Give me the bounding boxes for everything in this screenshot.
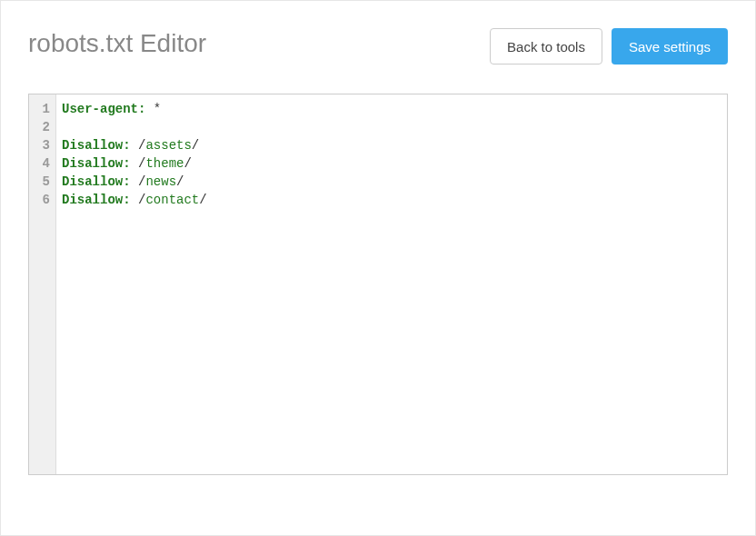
- code-content[interactable]: User-agent: * Disallow: /assets/Disallow…: [56, 94, 727, 474]
- back-to-tools-button[interactable]: Back to tools: [490, 28, 602, 65]
- code-line[interactable]: [62, 118, 721, 136]
- line-number: 3: [38, 136, 50, 154]
- line-number: 1: [38, 100, 50, 118]
- save-settings-button[interactable]: Save settings: [612, 28, 728, 65]
- line-number-gutter: 123456: [29, 94, 56, 474]
- code-editor[interactable]: 123456 User-agent: * Disallow: /assets/D…: [28, 94, 728, 475]
- line-number: 4: [38, 154, 50, 173]
- code-line[interactable]: Disallow: /theme/: [62, 154, 721, 173]
- line-number: 2: [38, 118, 50, 136]
- header-actions: Back to tools Save settings: [490, 28, 728, 65]
- panel-header: robots.txt Editor Back to tools Save set…: [28, 28, 728, 65]
- code-line[interactable]: Disallow: /assets/: [62, 136, 721, 154]
- line-number: 5: [38, 173, 50, 191]
- line-number: 6: [38, 191, 50, 209]
- code-line[interactable]: User-agent: *: [62, 100, 721, 118]
- code-line[interactable]: Disallow: /news/: [62, 173, 721, 191]
- code-line[interactable]: Disallow: /contact/: [62, 191, 721, 209]
- editor-panel: robots.txt Editor Back to tools Save set…: [0, 0, 756, 536]
- page-title: robots.txt Editor: [28, 28, 206, 59]
